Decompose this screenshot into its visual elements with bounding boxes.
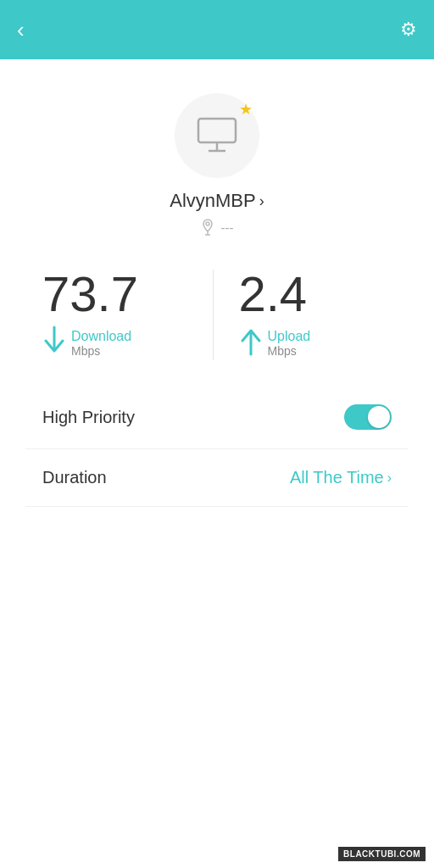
duration-row[interactable]: Duration All The Time › (25, 449, 409, 507)
settings-button[interactable]: ⚙ (400, 19, 417, 41)
download-label-row: Download Mbps (42, 326, 131, 360)
upload-value: 2.4 (239, 270, 308, 319)
duration-chevron-icon: › (387, 470, 392, 486)
download-arrow-icon (42, 326, 66, 360)
star-badge: ★ (239, 100, 253, 119)
high-priority-toggle[interactable] (344, 404, 392, 430)
watermark: BLACKTUBI.COM (338, 847, 426, 861)
device-icon-circle: ★ (175, 93, 259, 178)
high-priority-label: High Priority (42, 408, 135, 427)
upload-label-text: Upload (268, 329, 311, 344)
toggle-knob (368, 406, 390, 428)
device-name-button[interactable]: AlvynMBP › (170, 190, 264, 212)
download-section: 73.7 Download Mbps (25, 270, 214, 360)
upload-label: Upload Mbps (268, 329, 311, 358)
location-icon (201, 219, 214, 236)
device-name-text: AlvynMBP (170, 190, 255, 212)
header: ‹ ⚙ (0, 0, 434, 59)
duration-label: Duration (42, 468, 107, 487)
content: ★ AlvynMBP › --- 73.7 (0, 59, 434, 524)
duration-value-text: All The Time (290, 468, 384, 487)
upload-section: 2.4 Upload Mbps (214, 270, 409, 360)
download-label-text: Download (71, 329, 131, 344)
monitor-icon (193, 112, 241, 159)
svg-rect-0 (198, 119, 236, 142)
download-value: 73.7 (42, 270, 138, 319)
download-unit: Mbps (71, 344, 131, 358)
svg-point-3 (206, 222, 209, 225)
speed-section: 73.7 Download Mbps 2.4 (25, 261, 409, 369)
high-priority-row: High Priority (25, 386, 409, 449)
device-name-chevron-icon: › (259, 192, 264, 210)
back-button[interactable]: ‹ (17, 17, 25, 43)
upload-arrow-icon (239, 326, 263, 360)
device-sub-text: --- (221, 220, 234, 235)
upload-label-row: Upload Mbps (239, 326, 311, 360)
upload-unit: Mbps (268, 344, 311, 358)
device-sub: --- (201, 219, 234, 236)
download-label: Download Mbps (71, 329, 131, 358)
settings-section: High Priority Duration All The Time › (25, 386, 409, 507)
device-section: ★ AlvynMBP › --- (25, 93, 409, 236)
duration-value-button[interactable]: All The Time › (290, 468, 392, 487)
